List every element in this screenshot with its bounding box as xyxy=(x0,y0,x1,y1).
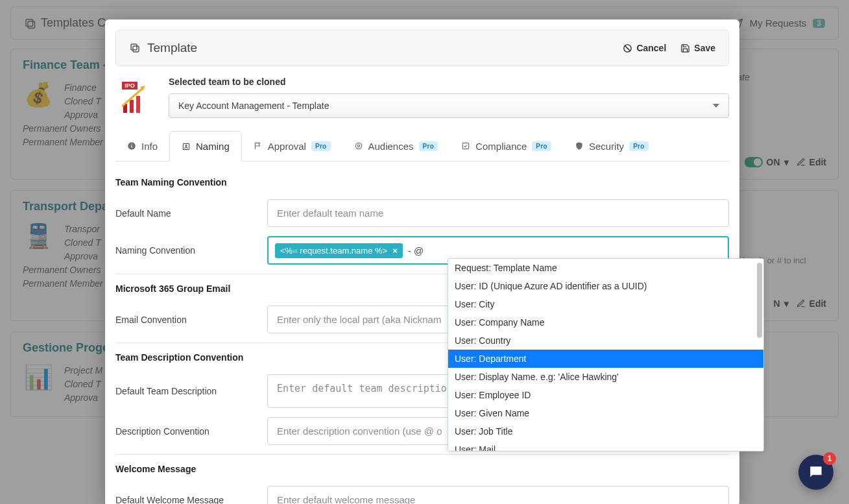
dropdown-item[interactable]: User: Company Name xyxy=(448,313,763,331)
modal-title: Template xyxy=(129,41,197,55)
email-convention-label: Email Convention xyxy=(115,315,258,325)
chat-fab[interactable]: 1 xyxy=(798,455,833,490)
clone-section: IPO Selected team to be cloned Key Accou… xyxy=(115,77,729,118)
selected-team-dropdown[interactable]: Key Account Management - Template xyxy=(169,93,729,118)
selected-team-value: Key Account Management - Template xyxy=(178,101,329,111)
cancel-button[interactable]: Cancel xyxy=(623,43,666,53)
tab-naming[interactable]: Naming xyxy=(169,131,242,162)
default-name-label: Default Name xyxy=(115,208,258,219)
tab-security[interactable]: Security Pro xyxy=(563,131,660,161)
save-icon xyxy=(680,43,690,53)
tab-compliance[interactable]: Compliance Pro xyxy=(449,131,563,161)
template-modal: Template Cancel Save IPO xyxy=(105,19,739,504)
modal-tabs: Info Naming Approval Pro Audiences Pro C… xyxy=(115,131,729,162)
svg-rect-2 xyxy=(131,44,137,50)
pro-badge: Pro xyxy=(419,141,438,151)
section-title: Welcome Message xyxy=(115,464,729,474)
svg-text:IPO: IPO xyxy=(125,82,135,89)
svg-rect-3 xyxy=(133,46,139,52)
svg-rect-12 xyxy=(131,144,132,145)
target-icon xyxy=(354,141,363,150)
pro-badge: Pro xyxy=(532,141,551,151)
naming-token-dropdown[interactable]: Request: Template NameUser: ID (Unique A… xyxy=(448,258,764,451)
chat-icon xyxy=(807,464,824,481)
desc-convention-label: Description Convention xyxy=(115,426,258,437)
svg-point-16 xyxy=(357,145,360,147)
dropdown-item[interactable]: User: City xyxy=(448,295,763,313)
clone-label: Selected team to be cloned xyxy=(169,77,729,87)
dropdown-item[interactable]: User: Job Title xyxy=(448,422,763,440)
pro-badge: Pro xyxy=(311,141,331,151)
ipo-chart-icon: IPO xyxy=(115,77,157,118)
token-chip[interactable]: <%= request.team.name %> × xyxy=(275,243,403,258)
scrollbar[interactable] xyxy=(757,263,762,338)
default-name-input[interactable] xyxy=(267,199,729,227)
dropdown-item[interactable]: User: Employee ID xyxy=(448,386,763,404)
dropdown-item[interactable]: User: Country xyxy=(448,331,763,350)
divider xyxy=(115,454,729,455)
section-title: Team Naming Convention xyxy=(115,177,729,187)
check-icon xyxy=(461,141,470,150)
dropdown-item[interactable]: User: Display Name. e.g: 'Alice Hawking' xyxy=(448,368,763,386)
svg-rect-9 xyxy=(136,96,140,113)
tab-approval[interactable]: Approval Pro xyxy=(242,131,342,161)
tab-audiences[interactable]: Audiences Pro xyxy=(342,131,450,161)
dropdown-item[interactable]: User: Department xyxy=(448,350,763,368)
welcome-label: Default Welcome Message xyxy=(115,495,258,505)
naming-convention-label: Naming Convention xyxy=(115,245,258,256)
dropdown-item[interactable]: User: Mail xyxy=(448,440,763,451)
save-button[interactable]: Save xyxy=(680,43,715,53)
chevron-down-icon xyxy=(713,104,719,108)
flag-icon xyxy=(254,141,263,150)
cancel-icon xyxy=(623,43,632,53)
svg-rect-11 xyxy=(131,145,132,148)
dropdown-item[interactable]: User: Given Name xyxy=(448,404,763,422)
chip-remove-icon[interactable]: × xyxy=(392,246,398,256)
svg-point-14 xyxy=(185,145,187,146)
shield-icon xyxy=(575,141,584,150)
pro-badge: Pro xyxy=(629,141,649,151)
dropdown-item[interactable]: Request: Template Name xyxy=(448,259,763,277)
info-icon xyxy=(127,141,136,150)
svg-point-15 xyxy=(355,143,361,149)
copy-icon xyxy=(129,42,141,54)
tab-info[interactable]: Info xyxy=(115,131,169,161)
chat-badge: 1 xyxy=(823,452,836,465)
modal-header: Template Cancel Save xyxy=(115,30,729,66)
modal-title-text: Template xyxy=(147,41,197,55)
section-team-naming: Team Naming Convention Default Name Nami… xyxy=(115,177,729,265)
section-welcome: Welcome Message Default Welcome Message xyxy=(115,464,729,504)
badge-icon xyxy=(182,142,191,151)
default-desc-label: Default Team Description xyxy=(115,386,258,396)
trailing-text: - @ xyxy=(408,245,424,256)
svg-rect-8 xyxy=(130,100,134,113)
dropdown-item[interactable]: User: ID (Unique Azure AD identifier as … xyxy=(448,277,763,295)
svg-rect-17 xyxy=(462,143,468,149)
welcome-message-input[interactable] xyxy=(267,486,729,504)
